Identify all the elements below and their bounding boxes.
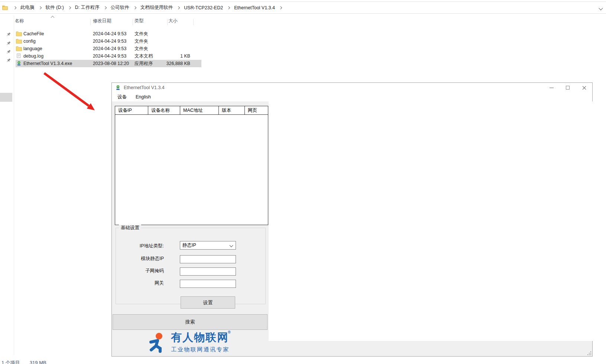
breadcrumb-separator-icon [104,6,107,9]
device-col-mac[interactable]: MAC地址 [180,106,219,114]
folder-icon [2,6,8,10]
menu-english[interactable]: English [132,93,154,101]
file-date: 2024-04-24 9:53 [93,45,126,52]
pin-icon [6,41,11,46]
address-history-chevron-icon[interactable] [599,6,603,10]
breadcrumb-item[interactable]: 文档组使用软件 [138,4,175,12]
sort-ascending-icon [51,16,55,20]
usr-person-icon [148,332,167,353]
static-ip-input[interactable] [180,255,236,263]
ethernettool-window: EthernetTool V1.3.4 设备 English 设备IP 设备名称… [111,82,593,357]
file-date: 2024-04-24 9:53 [93,52,126,60]
ip-type-value: 静态IP [182,242,196,248]
column-header-size[interactable]: 大小 [168,18,178,27]
breadcrumb-separator-icon [13,6,16,9]
device-col-ip[interactable]: 设备IP [115,106,148,114]
nav-pane-item[interactable] [0,93,12,102]
gateway-input[interactable] [180,280,236,288]
breadcrumb-separator-icon [177,6,180,9]
file-type: 文件夹 [135,38,148,45]
breadcrumb-separator-icon [279,6,282,9]
file-row[interactable]: debug.log 2024-04-24 9:53 文本文档 1 KB [16,52,201,60]
selection-size: 319 MB [30,360,46,364]
file-name: debug.log [23,52,43,60]
annotation-arrow [39,69,100,117]
breadcrumb-separator-icon [227,6,230,9]
pane-divider [14,16,14,355]
pin-icon [6,58,11,63]
address-bar: 此电脑 软件 (D:) D: 工作程序 公司软件 文档组使用软件 USR-TCP… [0,1,606,14]
device-list-header: 设备IP 设备名称 MAC地址 版本 网页 [115,106,268,115]
file-name: EthernetTool V1.3.4.exe [23,60,72,67]
logo-subtitle: 工业物联网通讯专家 [171,346,232,353]
app-icon [16,61,22,66]
ip-type-select[interactable]: 静态IP [180,241,236,250]
breadcrumb-separator-icon [133,6,136,9]
device-col-web[interactable]: 网页 [245,106,268,114]
registered-mark: ® [228,330,231,334]
folder-icon [16,31,22,36]
file-date: 2024-04-24 9:53 [93,38,126,45]
menu-bar: 设备 English [112,92,592,101]
file-size [149,45,190,52]
search-button[interactable]: 搜索 [113,314,268,330]
close-button[interactable] [576,83,592,92]
file-date: 2023-08-08 12:20 [93,60,129,67]
file-size: 326,888 KB [149,60,190,67]
subnet-input[interactable] [180,267,236,276]
status-bar: 1 个项目319 MB [1,360,56,364]
file-row-selected[interactable]: EthernetTool V1.3.4.exe 2023-08-08 12:20… [16,60,201,67]
breadcrumb-item[interactable]: D: 工作程序 [73,4,102,12]
resize-grip[interactable] [587,351,591,355]
file-name: language [23,45,42,52]
file-size [149,30,190,38]
usr-logo: 有人物联网® 工业物联网通讯专家 [112,330,268,355]
pin-icon [6,49,11,54]
set-button[interactable]: 设置 [181,296,235,309]
breadcrumb-item[interactable]: USR-TCP232-ED2 [182,4,225,11]
file-size [149,38,190,45]
basic-settings-group: 基础设置 [116,228,266,304]
ip-type-label: IP地址类型: [112,242,164,250]
breadcrumb-item[interactable]: 公司软件 [108,4,132,12]
file-name: config [23,38,36,45]
subnet-label: 子网掩码 [112,267,164,275]
column-header-name[interactable]: 名称 [15,18,24,27]
menu-device[interactable]: 设备 [114,93,130,101]
folder-icon [16,39,22,44]
column-header-type[interactable]: 类型 [135,18,144,27]
maximize-icon [566,86,570,90]
file-row[interactable]: language 2024-04-24 9:53 文件夹 [16,45,201,52]
minimize-button[interactable] [543,83,560,92]
file-type: 文件夹 [135,30,148,38]
file-date: 2024-04-24 9:53 [93,30,126,38]
maximize-button[interactable] [560,83,576,92]
app-icon [115,85,121,91]
static-ip-label: 模块静态IP [112,254,164,263]
breadcrumb-item[interactable]: EthernetTool V1.3.4 [232,4,277,11]
file-row[interactable]: CacheFile 2024-04-24 9:53 文件夹 [16,30,201,38]
group-label: 基础设置 [119,225,141,231]
device-col-version[interactable]: 版本 [219,106,245,114]
gateway-label: 网关 [112,279,164,287]
item-count: 1 个项目 [1,360,20,364]
minimize-icon [550,88,554,88]
file-type: 文件夹 [135,45,148,52]
logo-title: 有人物联网® [171,332,232,345]
window-titlebar[interactable]: EthernetTool V1.3.4 [112,83,592,92]
folder-icon [16,46,22,51]
device-col-name[interactable]: 设备名称 [148,106,180,114]
breadcrumb-item[interactable]: 软件 (D:) [43,4,66,12]
column-header-date[interactable]: 修改日期 [93,18,111,27]
window-title: EthernetTool V1.3.4 [124,85,165,90]
breadcrumb-separator-icon [68,6,71,9]
file-name: CacheFile [23,30,44,38]
breadcrumb-item[interactable]: 此电脑 [18,4,37,12]
device-list[interactable]: 设备IP 设备名称 MAC地址 版本 网页 [115,106,268,225]
breadcrumb-separator-icon [38,6,41,9]
file-row[interactable]: config 2024-04-24 9:53 文件夹 [16,38,201,45]
pin-icon [6,32,11,37]
close-icon [582,86,586,90]
text-file-icon [17,53,22,58]
chevron-down-icon [230,244,233,247]
